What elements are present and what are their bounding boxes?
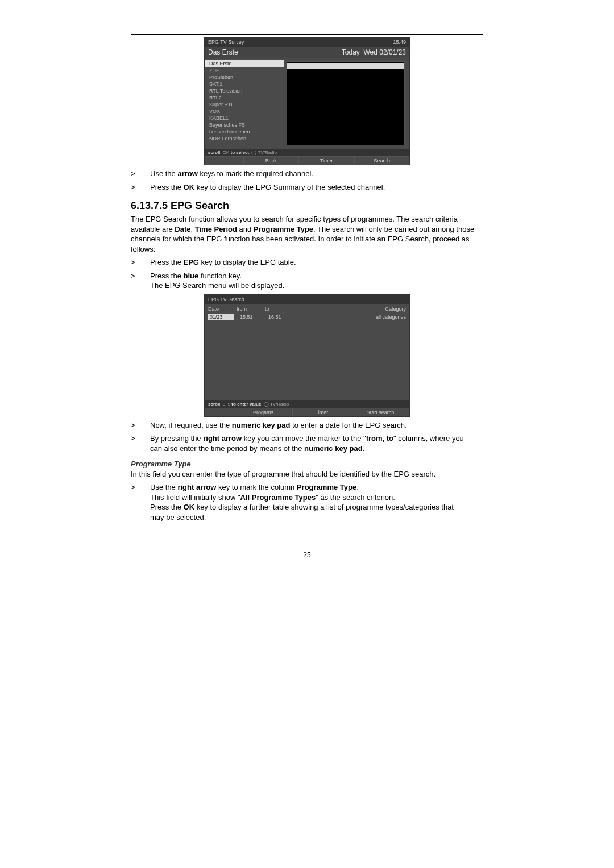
list-item: ProSieben bbox=[205, 74, 284, 81]
fig1-titlebar: EPG TV Survey 15:49 bbox=[205, 37, 409, 47]
fig1-header-row: Das Erste Today Wed 02/01/23 bbox=[205, 47, 409, 58]
epg-search-screenshot: EPG TV Search Date from to Category 01/2… bbox=[204, 294, 410, 417]
fig1-buttons: Back Timer Search bbox=[205, 156, 409, 165]
list-item: Das Erste bbox=[205, 60, 284, 67]
fig2-body: Date from to Category 01/23 15:51 16:51 … bbox=[205, 304, 409, 400]
top-rule bbox=[131, 34, 483, 35]
fig1-btn-back: Back bbox=[243, 156, 298, 165]
preview-band bbox=[287, 63, 404, 69]
fig1-channel: Das Erste bbox=[208, 48, 238, 56]
list-item: Super RTL bbox=[205, 101, 284, 108]
fig2-btn-timer: Timer bbox=[292, 408, 351, 416]
instruction: >Press the OK key to display the EPG Sum… bbox=[131, 182, 483, 193]
preview-pane bbox=[287, 61, 405, 145]
instruction: >By pressing the right arrow key you can… bbox=[131, 433, 483, 453]
fig1-today-date: Today Wed 02/01/23 bbox=[342, 48, 406, 56]
list-item: SAT.1 bbox=[205, 81, 284, 87]
instruction: >Use the right arrow key to mark the col… bbox=[131, 482, 483, 522]
page-number: 25 bbox=[131, 551, 483, 559]
epg-survey-screenshot: EPG TV Survey 15:49 Das Erste Today Wed … bbox=[204, 37, 410, 165]
fig1-btn-search: Search bbox=[354, 156, 409, 165]
fig1-hint: scroll, OK to select, ◯ TV/Radio bbox=[205, 149, 409, 156]
fig2-titlebar: EPG TV Search bbox=[205, 295, 409, 304]
list-item: VOX bbox=[205, 108, 284, 115]
list-item: hessen fernsehen bbox=[205, 128, 284, 135]
fig2-btn-start: Start search bbox=[351, 408, 409, 416]
section-heading: 6.13.7.5 EPG Search bbox=[131, 200, 483, 212]
fig1-btn-timer: Timer bbox=[298, 156, 354, 165]
instruction: >Use the arrow keys to mark the required… bbox=[131, 169, 483, 179]
list-item: RTL2 bbox=[205, 94, 284, 101]
fig1-title: EPG TV Survey bbox=[208, 39, 244, 45]
fig2-btn-progams: Progams bbox=[234, 408, 292, 416]
fig2-values: 01/23 15:51 16:51 all categories bbox=[205, 314, 409, 322]
list-item: ZDF bbox=[205, 67, 284, 74]
instruction: >Press the EPG key to display the EPG ta… bbox=[131, 257, 483, 268]
list-item: NDR Fernsehen bbox=[205, 135, 284, 142]
list-item: KABEL1 bbox=[205, 115, 284, 122]
instruction: >Now, if required, use the numeric key p… bbox=[131, 420, 483, 431]
fig1-body: Das Erste ZDF ProSieben SAT.1 RTL Televi… bbox=[205, 58, 409, 149]
fig2-headers: Date from to Category bbox=[205, 304, 409, 314]
fig1-time: 15:49 bbox=[393, 39, 406, 45]
fig2-buttons: Progams Timer Start search bbox=[205, 408, 409, 416]
paragraph: The EPG Search function allows you to se… bbox=[131, 214, 483, 254]
fig2-hint: scroll, 0..9 to enter value, ◯ TV/Radio bbox=[205, 400, 409, 408]
instruction: >Press the blue function key.The EPG Sea… bbox=[131, 271, 483, 291]
channel-list: Das Erste ZDF ProSieben SAT.1 RTL Televi… bbox=[205, 58, 284, 149]
programme-type-subhead: Programme Type bbox=[131, 460, 483, 468]
list-item: RTL Television bbox=[205, 87, 284, 94]
bottom-rule bbox=[131, 546, 483, 546]
fig2-title: EPG TV Search bbox=[208, 297, 244, 302]
document-page: EPG TV Survey 15:49 Das Erste Today Wed … bbox=[91, 0, 523, 582]
paragraph: In this field you can enter the type of … bbox=[131, 469, 483, 479]
list-item: Bayerisches FS bbox=[205, 122, 284, 128]
